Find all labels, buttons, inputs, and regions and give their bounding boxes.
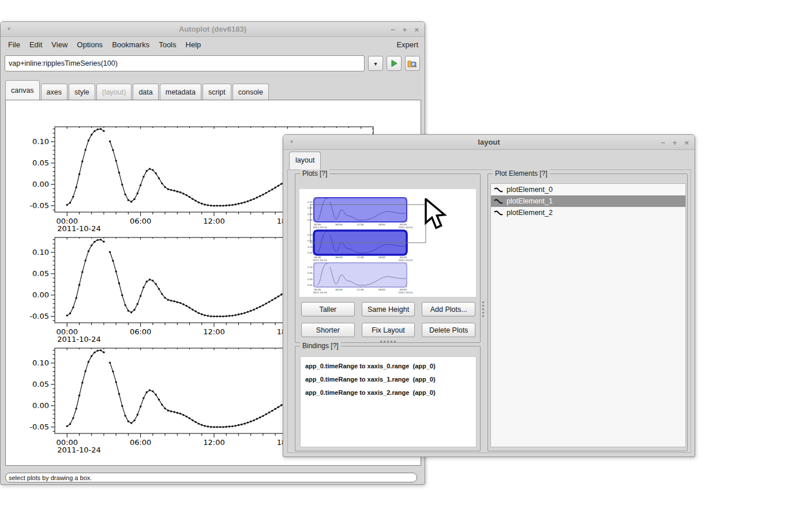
svg-text:06:00: 06:00 (130, 438, 151, 447)
layout-dialog-content: Plots [?] 0.100.050.00-0.0500:0006:0012:… (287, 169, 691, 453)
tab-metadata[interactable]: metadata (160, 84, 201, 100)
plot-thumbnail-1[interactable]: 0.100.050.00-0.0500:0006:0012:0018:0000:… (307, 231, 413, 262)
svg-text:0.00: 0.00 (32, 180, 49, 188)
uri-input[interactable] (5, 55, 365, 71)
plots-buttons-row-1: TallerSame HeightAdd Plots... (301, 302, 475, 316)
svg-text:2011-10-24: 2011-10-24 (57, 446, 101, 454)
plot-element-label: plotElement_0 (507, 186, 553, 194)
plot-selection-overlay-0[interactable] (314, 198, 407, 222)
menu-item-bookmarks[interactable]: Bookmarks (110, 39, 152, 50)
menu-item-options[interactable]: Options (74, 39, 105, 50)
status-text: select plots by drawing a box. (9, 474, 92, 481)
svg-text:0.00: 0.00 (32, 290, 49, 299)
svg-text:0.10: 0.10 (308, 201, 313, 203)
bindings-list[interactable]: app_0.timeRange to xaxis_0.range (app_0)… (300, 356, 477, 447)
window-menu-icon[interactable]: ▾ (7, 26, 10, 32)
plot-element-row-plotelement-2[interactable]: plotElement_2 (491, 207, 685, 218)
titlebar[interactable]: ▾ layout − + × (283, 135, 695, 150)
tab-script[interactable]: script (202, 84, 231, 100)
bindings-group: Bindings [?] app_0.timeRange to xaxis_0.… (295, 346, 481, 451)
line-plot-icon (494, 210, 503, 216)
plots-thumbnail-panel[interactable]: 0.100.050.00-0.0500:0006:0012:0018:0000:… (299, 189, 476, 297)
svg-text:12:00: 12:00 (357, 223, 363, 226)
svg-text:0.10: 0.10 (32, 137, 49, 146)
plot-elements-group: Plot Elements [?] plotElement_0plotEleme… (487, 173, 688, 451)
line-plot-icon (494, 198, 503, 205)
desktop: { "window_controls": {"menu": "▾", "mini… (0, 0, 795, 532)
titlebar[interactable]: ▾ Autoplot (dev6183) − + × (1, 22, 425, 37)
svg-text:-0.05: -0.05 (29, 422, 49, 431)
svg-text:0.05: 0.05 (32, 159, 49, 167)
svg-text:12:00: 12:00 (357, 288, 363, 291)
go-button[interactable] (387, 56, 402, 71)
maximize-button[interactable]: + (403, 25, 407, 34)
close-button[interactable]: × (414, 25, 419, 34)
svg-text:06:00: 06:00 (130, 217, 151, 225)
menu-items: FileEditViewOptionsBookmarksToolsHelp (6, 39, 208, 50)
plot-thumbnail-0[interactable]: 0.100.050.00-0.0500:0006:0012:0018:0000:… (307, 198, 413, 229)
svg-text:06:00: 06:00 (335, 288, 342, 291)
plot-element-row-plotelement-1[interactable]: plotElement_1 (491, 195, 685, 207)
tab-console[interactable]: console (232, 84, 269, 100)
plot-selection-overlay-2[interactable] (314, 263, 407, 287)
svg-text:0.05: 0.05 (308, 271, 313, 274)
svg-text:12:00: 12:00 (357, 256, 363, 259)
delete-plots-button[interactable]: Delete Plots (422, 323, 475, 337)
svg-text:06:00: 06:00 (335, 223, 342, 226)
svg-text:2011-10-24: 2011-10-24 (57, 335, 101, 344)
window-title: layout (283, 138, 695, 146)
fix-layout-button[interactable]: Fix Layout (362, 323, 415, 337)
address-row: ▾ (5, 55, 420, 71)
svg-text:18:00: 18:00 (378, 256, 385, 259)
binding-row[interactable]: app_0.timeRange to xaxis_0.range (app_0) (305, 360, 476, 373)
binding-row[interactable]: app_0.timeRange to xaxis_1.range (app_0) (305, 373, 476, 386)
tab-layout[interactable]: layout (289, 152, 321, 169)
plots-buttons-row-2: ShorterFix LayoutDelete Plots (301, 323, 475, 337)
plots-thumbnails[interactable]: 0.100.050.00-0.0500:0006:0012:0018:0000:… (299, 189, 476, 297)
svg-text:12:00: 12:00 (203, 217, 224, 225)
tab-canvas[interactable]: canvas (5, 80, 40, 100)
svg-text:12:00: 12:00 (203, 438, 224, 447)
tab-axes[interactable]: axes (41, 84, 68, 100)
svg-text:2011-10-25: 2011-10-25 (399, 291, 413, 294)
window-menu-icon[interactable]: ▾ (290, 139, 293, 145)
plot-thumbnail-2[interactable]: 0.100.050.00-0.0500:0006:0012:0018:0000:… (307, 263, 413, 294)
menu-item-tools[interactable]: Tools (156, 39, 178, 50)
tab-layout[interactable]: (layout) (96, 84, 132, 100)
close-button[interactable]: × (684, 138, 689, 147)
add-plots-button[interactable]: Add Plots... (422, 302, 475, 316)
svg-text:0.00: 0.00 (308, 246, 313, 248)
same-height-button[interactable]: Same Height (362, 302, 415, 316)
line-plot-icon (494, 187, 503, 193)
tab-data[interactable]: data (133, 84, 158, 100)
minimize-button[interactable]: − (661, 138, 665, 147)
menu-item-help[interactable]: Help (183, 39, 204, 50)
svg-text:0.00: 0.00 (308, 278, 313, 281)
svg-text:-0.05: -0.05 (29, 312, 49, 320)
horizontal-splitter-handle[interactable] (380, 341, 382, 342)
uri-history-dropdown[interactable]: ▾ (368, 56, 383, 71)
status-bar: select plots by drawing a box. (5, 473, 417, 482)
expert-menu[interactable]: Expert (395, 39, 419, 50)
menu-item-view[interactable]: View (49, 39, 70, 50)
inspect-uri-button[interactable] (405, 56, 420, 71)
tab-style[interactable]: style (69, 84, 95, 100)
plot-elements-list[interactable]: plotElement_0plotElement_1plotElement_2 (490, 183, 686, 447)
svg-text:2011-10-24: 2011-10-24 (313, 291, 327, 294)
taller-button[interactable]: Taller (301, 302, 355, 316)
shorter-button[interactable]: Shorter (301, 323, 355, 337)
plot-element-row-plotelement-0[interactable]: plotElement_0 (491, 184, 685, 195)
binding-row[interactable]: app_0.timeRange to xaxis_2.range (app_0) (305, 386, 476, 399)
menu-item-edit[interactable]: Edit (27, 39, 44, 50)
vertical-splitter-handle[interactable] (482, 301, 484, 303)
menu-item-file[interactable]: File (6, 39, 22, 50)
svg-text:06:00: 06:00 (130, 327, 151, 336)
svg-text:-0.05: -0.05 (29, 201, 49, 210)
menubar: FileEditViewOptionsBookmarksToolsHelp Ex… (1, 37, 425, 51)
maximize-button[interactable]: + (673, 138, 677, 147)
minimize-button[interactable]: − (391, 25, 395, 34)
bindings-group-label: Bindings [?] (300, 342, 341, 350)
svg-text:0.05: 0.05 (32, 269, 49, 278)
svg-text:2011-10-24: 2011-10-24 (57, 224, 101, 233)
play-icon (390, 59, 398, 67)
